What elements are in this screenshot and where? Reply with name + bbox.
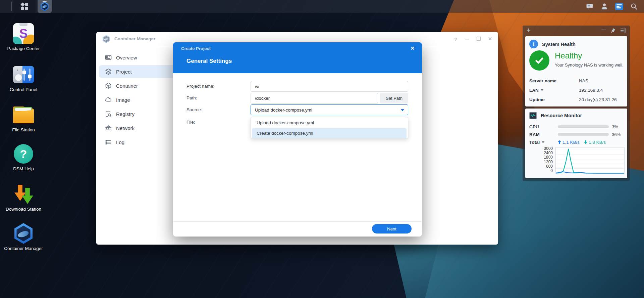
container-icon: [105, 82, 112, 89]
download-rate: 1.3 KB/s: [584, 140, 606, 145]
dropdown-option-create[interactable]: Create docker-compose.yml: [252, 128, 407, 138]
app-grid-icon: [21, 3, 28, 10]
image-cloud-icon: [105, 96, 112, 103]
dialog-heading: General Settings: [186, 58, 232, 65]
sidebar-item-label: Log: [116, 139, 124, 145]
chevron-down-icon: [542, 141, 544, 143]
window-title: Container Manager: [114, 36, 155, 41]
cpu-percent: 3%: [612, 124, 618, 129]
next-button[interactable]: Next: [372, 224, 412, 233]
taskbar-separator: [11, 2, 12, 11]
sidebar-item-log[interactable]: Log: [99, 136, 173, 148]
desktop-icon-label: Download Station: [6, 207, 41, 212]
total-row[interactable]: Total 1.1 KB/s 1.3 KB/s: [529, 139, 623, 145]
sidebar-item-network[interactable]: Network: [99, 122, 173, 134]
resource-monitor-widget: Resource Monitor CPU 3% RAM 36% Total 1.…: [525, 109, 627, 178]
health-message: Your Synology NAS is working well.: [555, 62, 624, 68]
server-name-row: Server name NAS: [529, 76, 623, 85]
notifications-icon[interactable]: [586, 2, 594, 10]
sidebar-item-container[interactable]: Container: [99, 79, 173, 92]
chevron-down-icon: [541, 89, 543, 91]
taskbar: [0, 0, 644, 13]
system-health-icon: i: [529, 40, 538, 49]
close-button[interactable]: ✕: [487, 36, 493, 42]
sidebar-item-image[interactable]: Image: [99, 93, 173, 106]
panel-layout-icon[interactable]: [620, 28, 626, 34]
dsm-help-icon: ?: [14, 144, 33, 164]
desktop-icon-control-panel[interactable]: Control Panel: [3, 64, 44, 92]
taskbar-container-manager-button[interactable]: [38, 0, 52, 13]
lan-row[interactable]: LAN 192.168.3.4: [529, 85, 623, 95]
cpu-label: CPU: [529, 124, 547, 129]
source-label: Source:: [186, 104, 202, 115]
log-icon: [105, 139, 112, 145]
desktop-icon-container-manager[interactable]: Container Manager: [3, 223, 44, 251]
source-select[interactable]: Upload docker-compose.yml: [251, 104, 408, 115]
lan-value: 192.168.3.4: [579, 88, 603, 93]
sidebar-item-label: Image: [116, 97, 130, 103]
dialog-footer-divider: [173, 221, 422, 222]
server-name-label: Server name: [529, 78, 556, 83]
window-app-icon: [102, 35, 110, 43]
total-label: Total: [529, 140, 547, 145]
sidebar-item-project[interactable]: Project: [99, 65, 173, 78]
sidebar-item-label: Container: [116, 83, 138, 89]
dialog-close-icon[interactable]: ✕: [410, 45, 415, 51]
maximize-button[interactable]: ❐: [475, 36, 482, 42]
network-icon: [105, 125, 112, 131]
download-station-icon: [13, 185, 34, 204]
collapse-widgets-icon[interactable]: —: [601, 26, 606, 31]
project-icon: [105, 68, 112, 75]
ram-label: RAM: [529, 132, 547, 137]
overview-icon: [105, 54, 112, 61]
path-input[interactable]: [251, 93, 378, 103]
sidebar-item-registry[interactable]: Registry: [99, 108, 173, 120]
dialog-header: Create Project ✕ General Settings: [173, 42, 422, 73]
main-menu-button[interactable]: [13, 0, 36, 13]
health-status: Healthy: [555, 51, 582, 60]
widgets-icon[interactable]: [615, 2, 623, 10]
upload-rate: 1.1 KB/s: [558, 140, 580, 145]
dialog-title: Create Project: [181, 46, 211, 51]
minimize-button[interactable]: —: [464, 37, 471, 41]
uptime-row: Uptime 20 day(s) 23:31:26: [529, 95, 623, 104]
desktop-icon-dsm-help[interactable]: ? DSM Help: [3, 143, 44, 172]
chart-y-axis-labels: 30002400180012006000: [531, 146, 553, 173]
path-label: Path:: [186, 93, 197, 103]
create-project-dialog: Create Project ✕ General Settings Projec…: [173, 42, 422, 237]
chevron-down-icon: [401, 109, 404, 111]
source-select-value: Upload docker-compose.yml: [255, 108, 312, 113]
desktop: S Package Center Control Panel File Stat…: [0, 0, 644, 298]
container-manager-icon: [13, 223, 34, 244]
widget-panel: + — i System Health Healthy Your Synolog…: [523, 26, 630, 181]
sidebar-item-label: Registry: [116, 111, 135, 117]
sidebar-item-label: Project: [116, 69, 132, 75]
window-sidebar: Overview Project Container Image Registr…: [96, 46, 173, 245]
resource-monitor-title: Resource Monitor: [541, 113, 582, 118]
desktop-icon-label: Control Panel: [10, 87, 37, 92]
search-icon[interactable]: [630, 2, 638, 10]
file-station-icon: [13, 107, 34, 123]
dropdown-option-upload[interactable]: Upload docker-compose.yml: [252, 118, 407, 128]
set-path-button[interactable]: Set Path: [380, 93, 408, 103]
add-widget-icon[interactable]: +: [527, 27, 531, 34]
desktop-icon-package-center[interactable]: S Package Center: [3, 23, 44, 51]
control-panel-icon: [13, 66, 34, 83]
project-name-input[interactable]: [251, 81, 408, 92]
pin-panel-icon[interactable]: [610, 28, 616, 35]
system-health-widget: i System Health Healthy Your Synology NA…: [525, 36, 627, 107]
network-traffic-chart: [555, 147, 625, 174]
desktop-icon-file-station[interactable]: File Station: [3, 104, 44, 133]
sidebar-item-label: Overview: [116, 55, 137, 60]
ram-row: RAM 36%: [529, 131, 623, 138]
file-label: File:: [186, 117, 195, 128]
taskbar-right: [586, 0, 638, 13]
project-name-label: Project name:: [186, 81, 214, 92]
upload-arrow-icon: [558, 140, 561, 144]
user-icon[interactable]: [600, 2, 608, 10]
sidebar-item-overview[interactable]: Overview: [99, 51, 173, 64]
lan-label: LAN: [529, 88, 543, 93]
desktop-icon-download-station[interactable]: Download Station: [3, 183, 44, 212]
help-button[interactable]: ?: [452, 36, 459, 42]
package-center-icon: S: [13, 23, 34, 44]
